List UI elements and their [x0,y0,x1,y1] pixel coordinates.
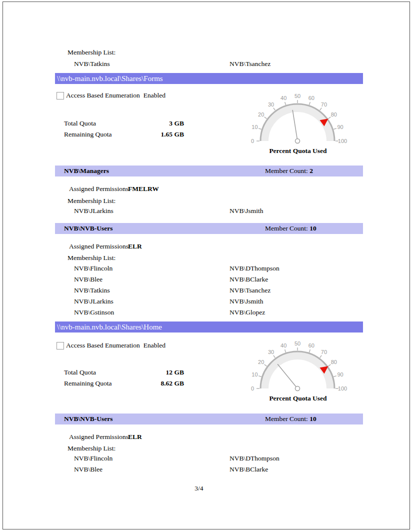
page-number: 3/4 [55,484,343,492]
group-name: NVB\NVB-Users [64,223,113,234]
svg-text:30: 30 [268,102,274,108]
svg-text:40: 40 [280,342,286,348]
member-count: Member Count: 2 [265,166,313,176]
share-header-home: \\nvb-main.nvb.local\Shares\Home [55,322,363,332]
member-name: NVB\Tatkins [74,60,110,68]
svg-text:0: 0 [251,386,254,392]
remaining-quota-label: Remaining Quota [64,130,112,138]
member-count: Member Count: 10 [265,414,316,424]
member-name: NVB\Flincoln [74,264,112,272]
member-name: NVB\Jsmith [230,207,264,214]
total-quota-label: Total Quota [64,368,96,376]
member-name: NVB\Gstinson [74,308,114,316]
abe-row: Access Based EnumerationEnabled [66,342,166,349]
svg-text:90: 90 [337,124,343,130]
member-count: Member Count: 10 [265,223,316,234]
assigned-permissions-value: FMELRW [128,185,159,192]
total-quota-label: Total Quota [64,120,96,127]
gauge-title: Percent Quota Used [250,147,346,155]
group-header: NVB\NVB-Users Member Count: 10 [55,414,363,424]
svg-text:70: 70 [321,102,327,108]
remaining-quota-value: 1.65 GB [120,130,184,138]
report-page: Membership List: NVB\Tatkins NVB\Tsanche… [0,0,413,532]
svg-text:70: 70 [321,349,327,355]
member-name: NVB\Tatkins [74,286,110,294]
svg-text:40: 40 [280,95,286,101]
total-quota-value: 12 GB [120,368,184,376]
group-header: NVB\Managers Member Count: 2 [55,166,363,176]
abe-label: Access Based Enumeration [66,342,140,349]
svg-text:20: 20 [258,359,264,365]
group-name: NVB\Managers [64,166,109,176]
quota-gauge-chart: 0102030405060708090100 [250,93,350,148]
abe-checkbox[interactable] [56,342,64,350]
assigned-permissions-value: ELR [128,242,142,250]
svg-text:90: 90 [337,372,343,378]
member-name: NVB\Tsanchez [230,60,270,68]
svg-text:60: 60 [308,342,314,348]
svg-text:60: 60 [308,95,314,101]
abe-state: Enabled [144,342,166,349]
svg-text:50: 50 [294,93,300,99]
member-name: NVB\JLarkins [74,207,114,214]
membership-list-label: Membership List: [68,254,116,262]
remaining-quota-label: Remaining Quota [64,380,112,387]
membership-list-label: Membership List: [68,444,116,452]
svg-text:50: 50 [294,340,300,346]
abe-checkbox[interactable] [56,92,64,100]
member-name: NVB\BClarke [230,466,268,473]
svg-text:0: 0 [251,138,254,144]
membership-list-label: Membership List: [68,197,116,204]
member-name: NVB\BClarke [230,276,268,283]
share-header-forms: \\nvb-main.nvb.local\Shares\Forms [55,73,363,84]
member-count-value: 10 [310,224,316,232]
member-name: NVB\Flincoln [74,454,112,462]
member-name: NVB\Glopez [230,308,265,316]
svg-text:100: 100 [338,386,347,392]
total-quota-value: 3 GB [120,120,184,127]
member-name: NVB\Jsmith [230,298,264,305]
member-name: NVB\Blee [74,466,102,473]
abe-state: Enabled [144,92,166,99]
share-path: \\nvb-main.nvb.local\Shares\Home [57,323,162,331]
svg-text:10: 10 [252,124,258,130]
member-name: NVB\DThompson [230,264,280,272]
quota-gauge-chart: 0102030405060708090100 [250,340,350,396]
membership-list-label: Membership List: [68,48,116,56]
share-path: \\nvb-main.nvb.local\Shares\Forms [57,74,163,82]
group-header: NVB\NVB-Users Member Count: 10 [55,223,363,234]
svg-text:20: 20 [258,112,264,118]
group-name: NVB\NVB-Users [64,414,113,424]
member-name: NVB\Tsanchez [230,286,270,294]
remaining-quota-value: 8.62 GB [120,380,184,387]
svg-text:100: 100 [338,138,347,144]
member-name: NVB\JLarkins [74,298,114,305]
member-name: NVB\Blee [74,276,102,283]
svg-text:80: 80 [331,359,337,365]
gauge-title: Percent Quota Used [250,394,346,402]
assigned-permissions-label: Assigned Permissions [69,433,128,440]
assigned-permissions-label: Assigned Permissions [69,185,128,192]
abe-label: Access Based Enumeration [66,92,140,99]
svg-text:30: 30 [268,349,274,355]
assigned-permissions-value: ELR [128,433,142,440]
member-count-value: 2 [310,167,313,174]
abe-row: Access Based EnumerationEnabled [66,92,166,99]
member-name: NVB\DThompson [230,454,280,462]
member-count-value: 10 [310,415,316,422]
assigned-permissions-label: Assigned Permissions [69,242,128,250]
svg-text:10: 10 [252,372,258,378]
svg-text:80: 80 [331,112,337,118]
